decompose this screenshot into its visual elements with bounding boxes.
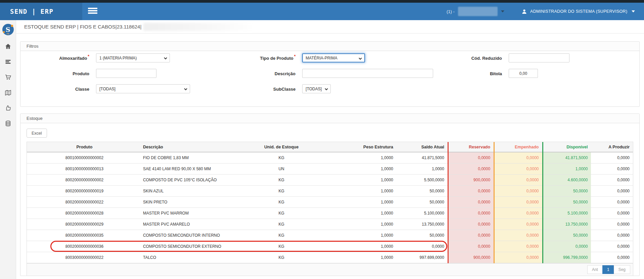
cell-unid: KG [233, 252, 330, 263]
cod-reduzido-input[interactable] [509, 53, 569, 62]
sidebar-item-home[interactable] [0, 39, 16, 54]
table-row[interactable]: 80010000000000002FIO DE COBRE 1,83 MMKG1… [27, 152, 633, 163]
user-menu[interactable]: ADMINISTRADOR DO SISTEMA (SUPERVISOR) [521, 3, 635, 20]
thumbs-up-icon [5, 105, 11, 111]
table-row[interactable]: 80020000000000028MASTER PVC MARROMKG1,00… [27, 207, 633, 219]
subclasse-select[interactable]: [TODAS] [302, 84, 331, 93]
cell-disponivel: 50,0000 [543, 196, 591, 207]
cell-produto: 80020000000000029 [27, 219, 142, 230]
classe-select[interactable]: [TODAS] [96, 84, 190, 93]
home-icon [5, 43, 11, 50]
page-title: ESTOQUE SEND ERP | FIOS E CABOS|23.11862… [24, 24, 141, 30]
almoxarifado-select[interactable]: 1 (MATERIA PRIMA) [96, 53, 170, 62]
sidebar-item-database[interactable] [0, 116, 16, 131]
cell-produto: 80010000000000013 [27, 163, 142, 174]
cell-saldo: 1,0000 [397, 163, 448, 174]
cell-produto: 80020000000000022 [27, 196, 142, 207]
sidebar-item-list[interactable] [0, 54, 16, 69]
cell-empenhado: 0,0000 [494, 241, 543, 252]
cell-a_produzir: 0,0000 [591, 174, 633, 185]
cell-unid: KG [233, 185, 330, 196]
table-row[interactable]: 80020000000000029MASTER PVC AMARELOKG1,0… [27, 219, 633, 230]
cod-reduzido-label: Cód. Reduzido [471, 56, 502, 61]
cell-reservado: 0,0000 [448, 163, 494, 174]
tipo-produto-select[interactable]: MATÉRIA-PRIMA [302, 53, 365, 62]
classe-label: Classe [75, 87, 89, 92]
excel-export-button[interactable]: Excel [27, 129, 47, 138]
cell-disponivel: 4.600,0000 [543, 174, 591, 185]
stock-table-container: Produto Descrição Unid. de Estoque Peso … [27, 142, 633, 276]
cell-a_produzir: 0,0000 [591, 252, 633, 263]
table-row[interactable]: 80010000000000013SAE 4140 LAM RED 90,00 … [27, 163, 633, 174]
col-header-peso-estrutura[interactable]: Peso Estrutura [330, 142, 397, 152]
cell-disponivel: 996.799,0000 [543, 252, 591, 263]
table-row[interactable]: 80020000000000036COMPOSTO SEMICONDUTOR E… [27, 241, 633, 252]
cell-peso: 1,0000 [330, 241, 397, 252]
map-icon [5, 89, 11, 96]
cell-unid: KG [233, 207, 330, 219]
list-icon [5, 58, 11, 65]
col-header-descricao[interactable]: Descrição [142, 142, 233, 152]
col-header-unidade[interactable]: Unid. de Estoque [233, 142, 330, 152]
cell-descricao: COMPOSTO SEMICONDUTOR EXTERNO [142, 241, 233, 252]
cell-empenhado: 0,0000 [494, 174, 543, 185]
bitola-input[interactable] [509, 69, 538, 78]
produto-input[interactable] [96, 69, 156, 78]
cell-peso: 1,0000 [330, 252, 397, 263]
brand-text: SEND | ERP [10, 8, 53, 15]
company-selector[interactable]: (1) - [447, 3, 504, 20]
cell-saldo: 5.500,0000 [397, 174, 448, 185]
pagination-next-button[interactable]: Seg [614, 265, 630, 274]
pagination-prev-button[interactable]: Ant [587, 265, 603, 274]
table-row[interactable]: 80020000000000002COMPOSTO DE PVC 105°C I… [27, 174, 633, 185]
col-header-a-produzir[interactable]: A Produzir [591, 142, 633, 152]
almoxarifado-value: 1 (MATERIA PRIMA) [99, 56, 137, 60]
page-title-bar: ESTOQUE SEND ERP | FIOS E CABOS|23.11862… [16, 20, 644, 34]
table-row[interactable]: 80020000000000035COMPOSTO SEMICONDUTOR I… [27, 230, 633, 241]
table-header-row: Produto Descrição Unid. de Estoque Peso … [27, 142, 633, 152]
cell-produto: 80020000000000036 [27, 241, 142, 252]
chevron-down-icon [501, 10, 504, 12]
pagination-page-1-button[interactable]: 1 [602, 265, 614, 274]
stock-panel: Estoque Excel Produto Descrição Unid. de… [20, 113, 640, 276]
cell-peso: 1,0000 [330, 219, 397, 230]
col-header-reservado[interactable]: Reservado [448, 142, 494, 152]
cell-disponivel: 13.750,0000 [543, 219, 591, 230]
cart-icon [5, 74, 11, 81]
cell-peso: 1,0000 [330, 163, 397, 174]
cell-a_produzir: 0,0000 [591, 219, 633, 230]
hamburger-icon [88, 8, 97, 9]
col-header-empenhado[interactable]: Empenhado [494, 142, 543, 152]
sidebar-item-cart[interactable] [0, 69, 16, 85]
table-row[interactable]: 80030000000000022TALCOKG1,0000997.699,00… [27, 252, 633, 263]
sidebar-logo[interactable]: S erp [2, 24, 14, 35]
chevron-down-icon [164, 57, 167, 59]
classe-value: [TODAS] [99, 87, 116, 91]
app-logo[interactable]: SEND | ERP [0, 3, 82, 20]
cell-saldo: 50,0000 [397, 230, 448, 241]
database-icon [5, 120, 11, 127]
col-header-produto[interactable]: Produto [27, 142, 142, 152]
top-strip [0, 0, 644, 3]
table-row[interactable]: 80020000000000022SKIN PRETOKG1,000050,00… [27, 196, 633, 207]
sidebar-item-map[interactable] [0, 85, 16, 100]
cell-reservado: 0,0000 [448, 207, 494, 219]
col-header-saldo-atual[interactable]: Saldo Atual [397, 142, 448, 152]
col-header-disponivel[interactable]: Disponível [543, 142, 591, 152]
cell-reservado: 0,0000 [448, 219, 494, 230]
table-footer: Ant 1 Seg [27, 263, 633, 276]
descricao-input[interactable] [302, 69, 433, 78]
cell-peso: 1,0000 [330, 196, 397, 207]
cell-empenhado: 0,0000 [494, 207, 543, 219]
menu-toggle-button[interactable] [88, 8, 97, 15]
subclasse-value: [TODAS] [306, 87, 322, 91]
redacted-title-text [143, 23, 254, 31]
table-row[interactable]: 80020000000000019SKIN AZULKG1,000050,000… [27, 185, 633, 196]
cell-unid: KG [233, 241, 330, 252]
sidebar-item-approvals[interactable] [0, 100, 16, 116]
user-icon [521, 9, 527, 14]
cell-saldo: 50,0000 [397, 196, 448, 207]
tipo-produto-value: MATÉRIA-PRIMA [306, 56, 337, 60]
filters-panel: Filtros Almoxarifado* 1 (MATERIA PRIMA) … [20, 41, 640, 107]
cell-a_produzir: 0,0000 [591, 230, 633, 241]
